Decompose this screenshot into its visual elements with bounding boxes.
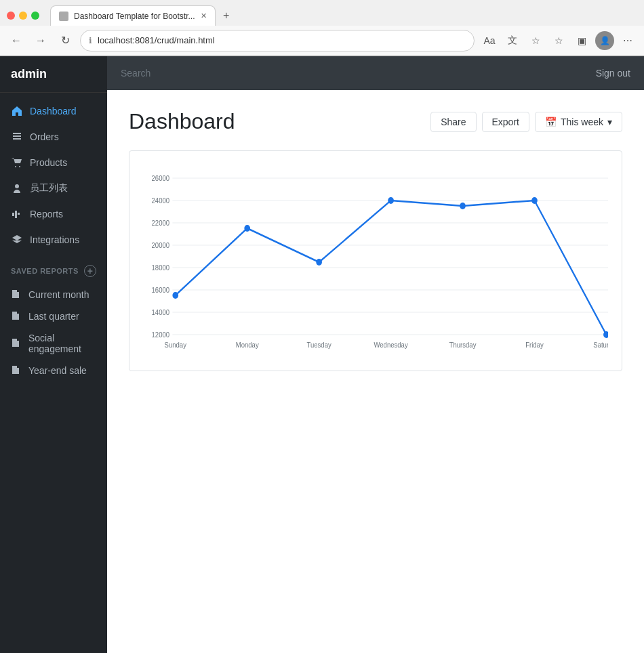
- page-title: Dashboard: [129, 109, 420, 134]
- search-input[interactable]: [121, 68, 596, 79]
- chart-point-sunday: [172, 292, 178, 299]
- sidebar-brand: admin: [0, 56, 107, 93]
- profile-icon[interactable]: 👤: [595, 31, 614, 50]
- address-bar[interactable]: ℹ localhost:8081/crud/main.html: [80, 30, 475, 51]
- svg-text:22000: 22000: [152, 219, 170, 227]
- calendar-icon: 📅: [545, 117, 557, 127]
- chart-point-tuesday: [316, 259, 322, 266]
- forward-button[interactable]: →: [31, 31, 50, 50]
- svg-text:16000: 16000: [152, 286, 170, 294]
- sidebar-item-last-quarter[interactable]: Last quarter: [0, 306, 107, 327]
- browser-chrome: Dashboard Template for Bootstr... ✕ + ← …: [0, 0, 644, 56]
- sidebar-item-reports[interactable]: Reports: [0, 201, 107, 227]
- svg-text:Saturday: Saturday: [593, 341, 608, 349]
- content-header: Dashboard Share Export 📅 This week ▾: [129, 109, 622, 134]
- more-icon[interactable]: ⋯: [618, 31, 637, 50]
- info-icon: ℹ: [89, 36, 92, 45]
- document-icon-2: [11, 311, 22, 322]
- home-icon: [11, 105, 23, 117]
- layers-icon: [11, 234, 23, 246]
- tab-title: Dashboard Template for Bootstr...: [74, 12, 195, 21]
- collections-icon[interactable]: ☆: [549, 31, 568, 50]
- favorites-icon[interactable]: ☆: [526, 31, 545, 50]
- tab-favicon: [59, 12, 68, 21]
- chart-point-wednesday: [388, 197, 394, 204]
- svg-text:Wednesday: Wednesday: [374, 341, 408, 349]
- browser-toolbar: ← → ↻ ℹ localhost:8081/crud/main.html Aa…: [0, 26, 644, 56]
- svg-text:14000: 14000: [152, 308, 170, 316]
- svg-text:Friday: Friday: [525, 341, 544, 349]
- tab-close-icon[interactable]: ✕: [201, 12, 207, 20]
- sidebar-item-current-month[interactable]: Current month: [0, 284, 107, 306]
- person-icon: [11, 182, 23, 194]
- document-icon-4: [11, 365, 22, 376]
- topbar: Sign out: [107, 56, 644, 90]
- maximize-btn[interactable]: [31, 12, 39, 20]
- sidebar-item-dashboard-label: Dashboard: [30, 106, 77, 117]
- sidebar-nav: Dashboard Orders Products 员工列表: [0, 93, 107, 258]
- browser-action-1[interactable]: Aa: [480, 31, 499, 50]
- chart-point-saturday: [603, 331, 608, 338]
- svg-text:Monday: Monday: [236, 341, 260, 349]
- header-actions: Share Export 📅 This week ▾: [430, 112, 622, 132]
- sidebar-item-products-label: Products: [30, 157, 67, 168]
- bar-chart-icon: [11, 208, 23, 220]
- sidebar-item-employees[interactable]: 员工列表: [0, 175, 107, 201]
- toolbar-actions: Aa 文 ☆ ☆ ▣ 👤 ⋯: [480, 31, 637, 50]
- tab-bar: Dashboard Template for Bootstr... ✕ +: [50, 5, 235, 26]
- sidebar-item-orders-label: Orders: [30, 131, 59, 142]
- svg-text:Thursday: Thursday: [449, 341, 477, 349]
- svg-text:12000: 12000: [152, 331, 170, 339]
- sidebar-item-employees-label: 员工列表: [30, 182, 68, 194]
- minimize-btn[interactable]: [19, 12, 27, 20]
- chevron-down-icon: ▾: [607, 117, 612, 127]
- url-display: localhost:8081/crud/main.html: [98, 35, 466, 45]
- sign-out-button[interactable]: Sign out: [596, 68, 630, 79]
- saved-report-last-quarter-label: Last quarter: [28, 311, 79, 322]
- svg-text:26000: 26000: [152, 174, 170, 182]
- sidebar-item-orders[interactable]: Orders: [0, 124, 107, 150]
- sidebar-item-integrations-label: Integrations: [30, 234, 79, 245]
- svg-text:20000: 20000: [152, 241, 170, 249]
- sidebar-item-dashboard[interactable]: Dashboard: [0, 98, 107, 124]
- sidebar-item-reports-label: Reports: [30, 209, 63, 219]
- refresh-button[interactable]: ↻: [56, 31, 75, 50]
- orders-icon: [11, 131, 23, 143]
- sidebar-item-year-end-sale[interactable]: Year-end sale: [0, 360, 107, 381]
- app: admin Dashboard Orders Products: [0, 56, 644, 653]
- add-report-button[interactable]: +: [84, 265, 96, 277]
- browser-action-2[interactable]: 文: [503, 31, 522, 50]
- sidebar-item-integrations[interactable]: Integrations: [0, 227, 107, 253]
- chart-container: 26000 24000 22000 20000 18000 16000 1400…: [129, 150, 622, 371]
- svg-text:24000: 24000: [152, 196, 170, 205]
- sidebar-item-products[interactable]: Products: [0, 150, 107, 175]
- back-button[interactable]: ←: [7, 31, 26, 50]
- browser-tab[interactable]: Dashboard Template for Bootstr... ✕: [50, 5, 216, 26]
- document-icon: [11, 289, 22, 300]
- svg-text:Sunday: Sunday: [165, 341, 187, 349]
- cart-icon: [11, 156, 23, 169]
- line-chart: 26000 24000 22000 20000 18000 16000 1400…: [143, 165, 608, 354]
- this-week-button[interactable]: 📅 This week ▾: [535, 112, 622, 132]
- sidebar-icon[interactable]: ▣: [572, 31, 591, 50]
- browser-titlebar: Dashboard Template for Bootstr... ✕ +: [0, 0, 644, 26]
- chart-wrapper: 26000 24000 22000 20000 18000 16000 1400…: [143, 165, 608, 357]
- main-content-area: Sign out Dashboard Share Export 📅 This w…: [107, 56, 644, 653]
- export-button[interactable]: Export: [482, 112, 529, 132]
- browser-controls: [7, 12, 39, 20]
- this-week-label: This week: [561, 117, 603, 127]
- chart-point-thursday: [460, 203, 466, 209]
- share-button[interactable]: Share: [430, 112, 476, 132]
- saved-report-year-end-sale-label: Year-end sale: [28, 365, 87, 376]
- svg-text:18000: 18000: [152, 264, 170, 272]
- svg-text:Tuesday: Tuesday: [306, 341, 331, 349]
- saved-reports-label: SAVED REPORTS: [11, 267, 79, 275]
- chart-point-monday: [244, 225, 250, 232]
- content: Dashboard Share Export 📅 This week ▾: [107, 90, 644, 653]
- saved-reports-header: SAVED REPORTS +: [0, 258, 107, 284]
- sidebar-item-social-engagement[interactable]: Social engagement: [0, 327, 107, 360]
- close-btn[interactable]: [7, 12, 15, 20]
- new-tab-button[interactable]: +: [218, 7, 235, 24]
- saved-report-social-engagement-label: Social engagement: [28, 333, 96, 354]
- saved-report-current-month-label: Current month: [28, 289, 89, 300]
